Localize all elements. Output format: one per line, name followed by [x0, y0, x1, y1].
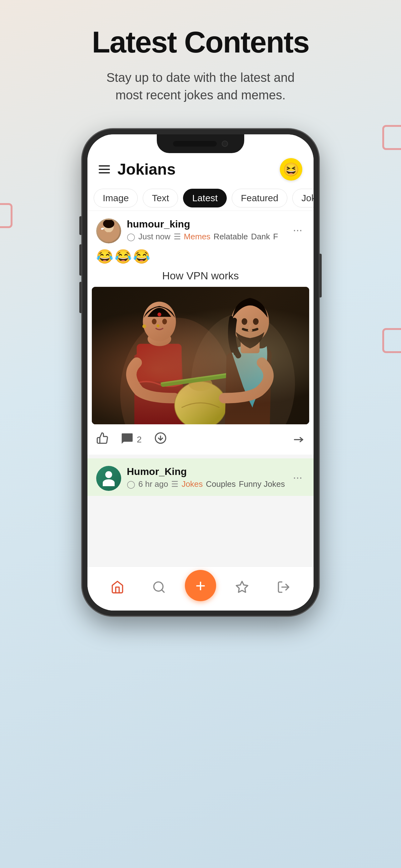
- nav-search[interactable]: [138, 580, 180, 597]
- post-tag-relatable: Relatable: [213, 232, 248, 242]
- svg-point-10: [148, 332, 171, 346]
- emoji-button[interactable]: 😆: [280, 158, 302, 181]
- comment-count-1: 2: [137, 435, 142, 445]
- post-author-1: humour_king ◯ Just now ☰ Memes Relatable…: [96, 218, 278, 243]
- page-title: Latest Contents: [92, 25, 309, 59]
- svg-rect-21: [161, 370, 247, 384]
- app-name: Jokians: [118, 160, 175, 178]
- tab-jokes[interactable]: Jokes: [292, 189, 313, 208]
- header-left: Jokians: [99, 160, 175, 178]
- feed: humour_king ◯ Just now ☰ Memes Relatable…: [88, 211, 313, 566]
- logout-icon: [277, 580, 291, 597]
- side-button-vol-down: [79, 282, 82, 313]
- avatar-svg-1: [98, 220, 120, 242]
- clock-icon-1: ◯: [127, 232, 135, 241]
- svg-point-18: [175, 381, 226, 424]
- post-category-2: Jokes: [181, 479, 203, 489]
- hamburger-line2: [99, 169, 110, 170]
- like-icon-1: [96, 432, 109, 447]
- svg-point-12: [152, 319, 157, 324]
- svg-point-25: [253, 318, 259, 324]
- add-button[interactable]: +: [185, 570, 216, 601]
- svg-point-16: [157, 324, 159, 327]
- divider-1: ☰: [174, 232, 181, 242]
- nav-crown[interactable]: [221, 580, 263, 597]
- svg-rect-22: [241, 339, 260, 353]
- svg-point-15: [142, 324, 146, 328]
- meme-scene: [92, 287, 309, 424]
- tab-text[interactable]: Text: [143, 189, 178, 208]
- notch-pill: [173, 141, 217, 147]
- download-button-1[interactable]: [154, 432, 167, 447]
- meme-svg: [92, 287, 309, 424]
- comment-button-1[interactable]: 2: [121, 432, 142, 447]
- svg-rect-5: [92, 287, 309, 424]
- share-button-1[interactable]: [292, 433, 305, 446]
- post-tag-dank: Dank: [251, 232, 270, 242]
- post-header-2: Humor_King ◯ 6 hr ago ☰ Jokes Couples Fu…: [88, 458, 313, 496]
- app-content: Jokians 😆 Image Text Latest Featured Jok…: [88, 134, 313, 611]
- svg-point-11: [143, 302, 176, 342]
- author-name-1: humour_king: [127, 218, 278, 230]
- more-menu-2[interactable]: ...: [291, 466, 305, 484]
- svg-rect-6: [92, 287, 309, 424]
- crown-icon: [235, 580, 249, 597]
- svg-point-13: [162, 319, 167, 324]
- download-icon-1: [154, 432, 167, 447]
- clock-icon-2: ◯: [127, 480, 135, 489]
- post-category-1: Memes: [184, 232, 210, 242]
- hamburger-menu[interactable]: [99, 165, 110, 174]
- tab-latest[interactable]: Latest: [183, 189, 227, 208]
- svg-point-4: [102, 232, 115, 242]
- post-actions-1: 2: [88, 424, 313, 455]
- post-tag-funny: Funny Jokes: [239, 479, 285, 489]
- svg-point-14: [157, 312, 161, 316]
- post-header-1: humour_king ◯ Just now ☰ Memes Relatable…: [88, 211, 313, 248]
- post-meta-2: ◯ 6 hr ago ☰ Jokes Couples Funny Jokes: [127, 479, 285, 489]
- side-button-vol-up: [79, 244, 82, 276]
- divider-2: ☰: [171, 479, 178, 489]
- phone-wrapper: Jokians 😆 Image Text Latest Featured Jok…: [82, 129, 319, 616]
- avatar-1: [96, 218, 121, 243]
- deco-square-left: [0, 203, 12, 228]
- svg-point-19: [189, 377, 212, 391]
- avatar-icon-2: [101, 470, 116, 486]
- nav-logout[interactable]: [263, 580, 304, 597]
- phone-frame: Jokians 😆 Image Text Latest Featured Jok…: [82, 129, 319, 616]
- post-image-1: [92, 287, 309, 424]
- tab-featured[interactable]: Featured: [232, 189, 287, 208]
- svg-point-17: [175, 381, 226, 424]
- post-emoji-1: 😂😂😂: [88, 248, 313, 270]
- nav-add[interactable]: +: [180, 573, 222, 604]
- post-time-2: 6 hr ago: [138, 479, 168, 489]
- post-time-1: Just now: [138, 232, 170, 242]
- hamburger-line1: [99, 165, 110, 166]
- bottom-nav: +: [88, 566, 313, 611]
- svg-line-30: [162, 590, 164, 592]
- deco-square-right2: [382, 328, 401, 353]
- app-header: Jokians 😆: [88, 153, 313, 186]
- post-card-1: humour_king ◯ Just now ☰ Memes Relatable…: [88, 211, 313, 455]
- deco-square-right1: [382, 125, 401, 150]
- nav-home[interactable]: [97, 580, 138, 597]
- avatar-image-1: [96, 218, 121, 243]
- like-button-1[interactable]: [96, 432, 109, 447]
- side-button-silent: [79, 216, 82, 235]
- more-menu-1[interactable]: ...: [291, 218, 305, 237]
- notch-camera: [222, 141, 228, 147]
- notch: [157, 134, 244, 153]
- author-name-2: Humor_King: [127, 466, 285, 477]
- search-icon: [152, 580, 166, 597]
- post-author-2: Humor_King ◯ 6 hr ago ☰ Jokes Couples Fu…: [96, 466, 285, 491]
- tab-image[interactable]: Image: [94, 189, 138, 208]
- phone-screen: Jokians 😆 Image Text Latest Featured Jok…: [88, 134, 313, 611]
- svg-point-23: [231, 300, 269, 343]
- post-tag-f: F: [273, 232, 278, 242]
- post-tag-couples: Couples: [206, 479, 235, 489]
- svg-rect-9: [137, 344, 182, 381]
- svg-point-7: [120, 318, 234, 424]
- comment-icon-1: [121, 432, 134, 447]
- post-meme-title: How VPN works: [88, 270, 313, 287]
- hamburger-line3: [99, 172, 110, 174]
- post-card-2: Humor_King ◯ 6 hr ago ☰ Jokes Couples Fu…: [88, 458, 313, 496]
